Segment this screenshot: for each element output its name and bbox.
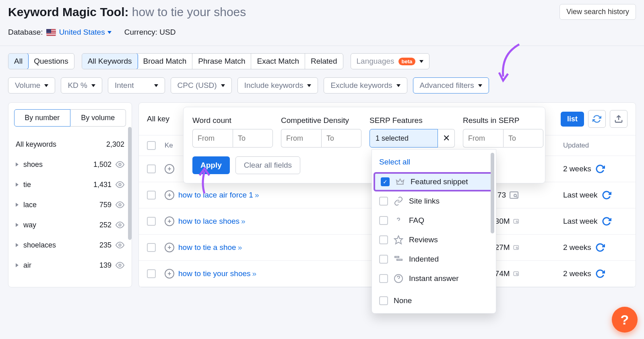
serp-features-dropdown: Select all ✓ Featured snippet Site links… [372, 149, 496, 314]
keyword-link[interactable]: how to lace air force 1» [178, 191, 258, 200]
sidebar-item[interactable]: shoelaces 235 [8, 235, 132, 255]
add-to-list-button[interactable]: list [561, 112, 584, 127]
svg-point-13 [516, 273, 518, 275]
serp-option-faq[interactable]: FAQ [372, 211, 496, 230]
word-count-to-input[interactable] [233, 129, 273, 148]
help-button[interactable]: ? [612, 307, 638, 333]
cpc-filter[interactable]: CPC (USD) [171, 77, 232, 94]
row-checkbox[interactable] [147, 269, 156, 278]
tab-questions[interactable]: Questions [28, 54, 74, 69]
sidebar-item[interactable]: air 139 [8, 255, 132, 275]
annotation-arrow-icon [192, 165, 217, 198]
exclude-keywords-filter[interactable]: Exclude keywords [324, 77, 407, 94]
eye-icon[interactable] [116, 220, 124, 229]
refresh-icon[interactable] [595, 164, 605, 174]
serp-option-featured-snippet[interactable]: ✓ Featured snippet [374, 172, 494, 191]
clear-serp-features-button[interactable]: ✕ [438, 129, 455, 148]
results-to-input[interactable] [503, 129, 543, 148]
view-history-button[interactable]: View search history [559, 4, 636, 20]
sidebar-tab-by-volume[interactable]: By volume [70, 109, 126, 127]
select-all-checkbox[interactable] [147, 141, 156, 150]
sidebar-item[interactable]: tie 1,431 [8, 175, 132, 195]
serp-icon[interactable] [513, 243, 519, 252]
chevron-down-icon [221, 84, 225, 87]
eye-icon[interactable] [116, 180, 124, 189]
refresh-icon[interactable] [595, 269, 605, 279]
beta-badge: beta [398, 58, 416, 65]
select-all-option[interactable]: Select all [372, 153, 496, 172]
tab-all[interactable]: All [8, 53, 29, 69]
kd-filter[interactable]: KD % [61, 77, 102, 94]
us-flag-icon [46, 29, 56, 36]
sidebar-item[interactable]: way 252 [8, 215, 132, 235]
serp-option-site-links[interactable]: Site links [372, 191, 496, 211]
refresh-icon[interactable] [595, 243, 605, 252]
advanced-filters-button[interactable]: Advanced filters [413, 77, 489, 94]
svg-point-1 [119, 183, 121, 186]
keyword-link[interactable]: how to tie your shoes» [178, 269, 256, 278]
keyword-link[interactable]: how to lace shoes» [178, 217, 245, 226]
chevron-right-icon [16, 243, 19, 247]
languages-dropdown[interactable]: Languages beta [351, 53, 430, 69]
chevron-right-icon [16, 223, 19, 227]
chevron-right-icon [16, 162, 19, 166]
row-checkbox[interactable] [147, 243, 156, 252]
annotation-arrow-icon [495, 42, 527, 85]
add-keyword-button[interactable]: + [165, 243, 174, 252]
keyword-link[interactable]: how to tie a shoe» [178, 243, 241, 252]
refresh-icon[interactable] [602, 190, 611, 200]
question-filter-segment: All Questions [8, 53, 74, 69]
eye-icon[interactable] [116, 261, 124, 270]
row-checkbox[interactable] [147, 164, 156, 173]
comp-density-from-input[interactable] [281, 129, 321, 148]
refresh-icon[interactable] [602, 216, 611, 226]
add-keyword-button[interactable]: + [165, 269, 174, 279]
sidebar-all-keywords[interactable]: All keywords 2,302 [8, 135, 132, 154]
table-summary: All key [147, 114, 169, 123]
results-from-input[interactable] [463, 129, 503, 148]
clear-all-fields-button[interactable]: Clear all fields [235, 156, 300, 174]
sidebar-item[interactable]: shoes 1,502 [8, 154, 132, 175]
serp-option-reviews[interactable]: Reviews [372, 230, 496, 250]
serp-option-indented[interactable]: Indented [372, 250, 496, 269]
eye-icon[interactable] [116, 160, 124, 169]
serp-features-select[interactable]: 1 selected [369, 129, 438, 148]
refresh-button[interactable] [588, 110, 606, 128]
volume-filter[interactable]: Volume [8, 77, 55, 94]
add-keyword-button[interactable]: + [165, 164, 174, 174]
word-count-from-input[interactable] [192, 129, 233, 148]
sidebar-item[interactable]: lace 759 [8, 195, 132, 215]
star-icon [394, 235, 403, 245]
chevron-down-icon [154, 84, 158, 87]
tab-phrase-match[interactable]: Phrase Match [192, 54, 251, 69]
tab-all-keywords[interactable]: All Keywords [82, 53, 138, 69]
tab-broad-match[interactable]: Broad Match [138, 54, 193, 69]
eye-icon[interactable] [116, 241, 124, 250]
link-icon [394, 196, 403, 206]
serp-icon[interactable] [513, 216, 519, 226]
serp-option-instant-answer[interactable]: Instant answer [372, 269, 496, 288]
serp-features-label: SERP Features [369, 116, 455, 125]
database-selector[interactable]: Database: United States [8, 28, 111, 37]
scrollbar[interactable] [491, 153, 494, 233]
comp-density-to-input[interactable] [321, 129, 361, 148]
sidebar-tab-by-number[interactable]: By number [14, 109, 70, 127]
scrollbar[interactable] [128, 127, 132, 240]
svg-rect-16 [397, 259, 402, 260]
include-keywords-filter[interactable]: Include keywords [237, 77, 318, 94]
row-checkbox[interactable] [147, 191, 156, 200]
results-in-serp-label: Results in SERP [463, 116, 543, 125]
intent-filter[interactable]: Intent [108, 77, 165, 94]
tab-exact-match[interactable]: Exact Match [251, 54, 305, 69]
export-button[interactable] [610, 110, 627, 128]
serp-icon[interactable] [509, 190, 519, 200]
row-checkbox[interactable] [147, 217, 156, 226]
eye-icon[interactable] [116, 200, 124, 209]
serp-option-none[interactable]: None [372, 288, 496, 310]
add-keyword-button[interactable]: + [165, 190, 174, 200]
serp-icon[interactable] [513, 269, 519, 279]
column-updated: Updated [563, 141, 627, 150]
add-keyword-button[interactable]: + [165, 216, 174, 226]
tab-related[interactable]: Related [305, 54, 343, 69]
tool-name: Keyword Magic Tool: [8, 5, 128, 19]
